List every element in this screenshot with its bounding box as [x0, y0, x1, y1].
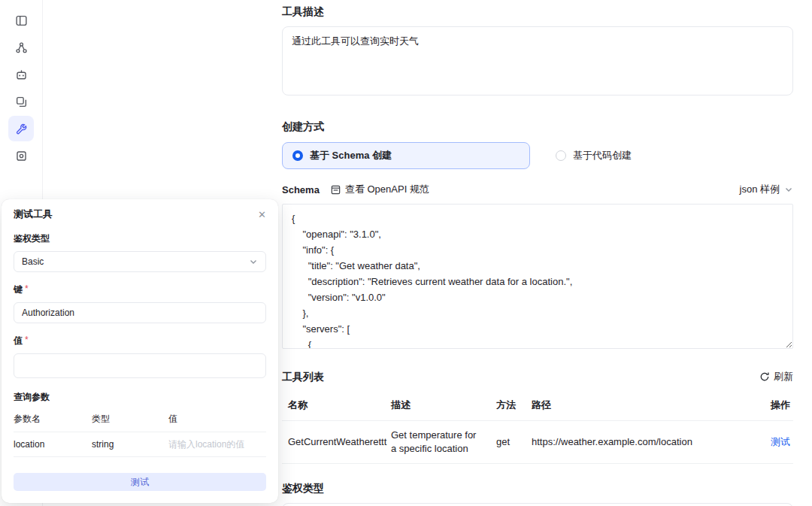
dialog-auth-select[interactable]: Basic: [14, 251, 266, 272]
param-value-input[interactable]: [168, 439, 266, 450]
creation-method-options: 基于 Schema 创建 基于代码创建: [282, 142, 793, 169]
param-col-value: 值: [168, 407, 266, 432]
test-tool-link[interactable]: 测试: [771, 436, 790, 447]
radio-code-label: 基于代码创建: [573, 149, 632, 162]
view-openapi-spec-link[interactable]: 查看 OpenAPI 规范: [330, 183, 429, 196]
param-header-row: 参数名 类型 值: [14, 407, 266, 432]
agent-icon[interactable]: [8, 62, 34, 87]
creation-method-label: 创建方式: [282, 119, 793, 134]
schema-code-input[interactable]: { "openapi": "3.1.0", "info": { "title":…: [282, 204, 793, 349]
tool-description-input[interactable]: 通过此工具可以查询实时天气: [282, 26, 793, 95]
query-params-title: 查询参数: [14, 391, 266, 404]
tools-icon[interactable]: [8, 116, 34, 141]
radio-selected-icon: [292, 150, 303, 161]
tool-desc: Get temperature for a specific location: [391, 421, 496, 464]
collapse-sidebar-icon[interactable]: [8, 8, 34, 33]
schema-label: Schema: [282, 184, 320, 195]
test-submit-button[interactable]: 测试: [14, 473, 266, 491]
close-icon[interactable]: ✕: [258, 210, 266, 220]
param-col-type: 类型: [92, 407, 168, 432]
knowledge-icon[interactable]: [8, 89, 34, 114]
tool-description-label: 工具描述: [282, 4, 793, 19]
dialog-auth-value: Basic: [22, 256, 44, 267]
json-sample-label: json 样例: [740, 183, 780, 196]
view-openapi-spec-label: 查看 OpenAPI 规范: [345, 183, 429, 196]
schema-toolbar: Schema 查看 OpenAPI 规范 json 样例: [282, 175, 793, 204]
dialog-auth-label: 鉴权类型: [14, 232, 266, 245]
tool-list-table: 名称 描述 方法 路径 操作 GetCurrentWeatherettt Get…: [282, 392, 793, 464]
param-row: location string: [14, 432, 266, 457]
refresh-label: 刷新: [774, 370, 793, 383]
refresh-button[interactable]: 刷新: [759, 370, 793, 383]
auth-type-select[interactable]: Basic: [282, 503, 793, 506]
col-path: 路径: [532, 392, 741, 421]
tool-table-header-row: 名称 描述 方法 路径 操作: [282, 392, 793, 421]
workflow-icon[interactable]: [8, 35, 34, 60]
chevron-down-icon: [249, 257, 258, 266]
value-input[interactable]: [14, 353, 266, 378]
radio-code-create[interactable]: 基于代码创建: [545, 142, 793, 169]
tool-list-title: 工具列表: [282, 369, 324, 384]
param-type: string: [92, 432, 168, 457]
tool-method: get: [496, 421, 532, 464]
key-label: 键*: [14, 283, 266, 296]
dialog-header: 测试工具 ✕: [14, 208, 266, 221]
param-col-name: 参数名: [14, 407, 92, 432]
auth-type-label: 鉴权类型: [282, 480, 793, 495]
col-method: 方法: [496, 392, 532, 421]
tool-name: GetCurrentWeatherettt: [282, 421, 391, 464]
tool-edit-panel: 工具描述 通过此工具可以查询实时天气 创建方式 基于 Schema 创建 基于代…: [282, 0, 793, 506]
col-desc: 描述: [391, 392, 496, 421]
refresh-icon: [759, 371, 770, 382]
tool-list-header: 工具列表 刷新: [282, 369, 793, 384]
plugin-icon[interactable]: [8, 143, 34, 168]
query-params-table: 参数名 类型 值 location string: [14, 407, 266, 457]
document-icon: [330, 184, 341, 195]
col-name: 名称: [282, 392, 391, 421]
table-row: GetCurrentWeatherettt Get temperature fo…: [282, 421, 793, 464]
col-action: 操作: [741, 392, 793, 421]
test-tool-dialog: 测试工具 ✕ 鉴权类型 Basic 键* 值* 查询参数 参数名 类型 值 lo…: [2, 199, 278, 503]
radio-schema-create[interactable]: 基于 Schema 创建: [282, 142, 530, 169]
dialog-title: 测试工具: [14, 208, 53, 221]
value-label: 值*: [14, 335, 266, 347]
chevron-down-icon: [784, 185, 793, 194]
radio-schema-label: 基于 Schema 创建: [310, 149, 392, 162]
key-input[interactable]: [14, 302, 266, 323]
param-name: location: [14, 432, 92, 457]
radio-unselected-icon: [556, 150, 566, 161]
json-sample-select[interactable]: json 样例: [740, 183, 793, 196]
tool-path: https://weather.example.com/location: [532, 421, 741, 464]
